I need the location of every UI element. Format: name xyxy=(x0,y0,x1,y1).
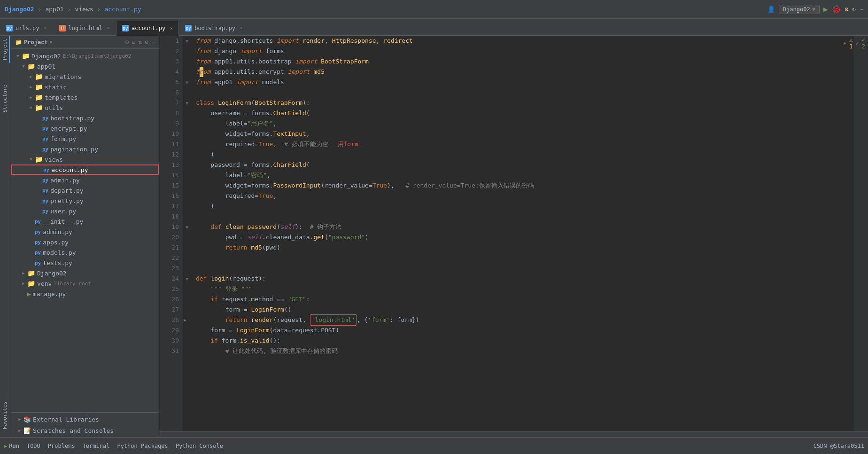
settings-icon[interactable]: ⚙ xyxy=(145,39,148,46)
tree-item-depart-py[interactable]: ▶ py depart.py xyxy=(11,185,159,196)
line-num-19: 19 xyxy=(163,222,179,232)
tree-item-account-py[interactable]: ▶ py account.py xyxy=(11,164,159,175)
folder-icon-django02: 📁 xyxy=(22,52,30,60)
tree-item-migrations[interactable]: ▶ 📁 migrations xyxy=(11,71,159,82)
fold-1[interactable]: ▼ xyxy=(183,36,192,46)
fn-render-28: render xyxy=(251,315,273,325)
project-tab-vertical[interactable]: Project xyxy=(1,36,10,63)
tab-icon-account: py xyxy=(122,25,129,31)
tab-close-account[interactable]: × xyxy=(170,26,173,31)
indent-20 xyxy=(196,232,225,243)
tree-item-form-py[interactable]: ▶ py form.py xyxy=(11,133,159,144)
code-line-22 xyxy=(196,253,850,263)
tree-item-manage-py[interactable]: ▶ ▶ manage.py xyxy=(11,289,159,299)
sidebar-header: 📁 Project ▼ ⊕ ≡ ⇅ ⚙ − xyxy=(11,36,159,49)
fold-arrow-5: ▼ xyxy=(186,80,188,85)
fold-21 xyxy=(183,243,192,253)
tree-item-apps-py[interactable]: ▶ py apps.py xyxy=(11,237,159,247)
debug-button[interactable]: 🐞 xyxy=(832,5,841,14)
tree-arrow-app01: ▼ xyxy=(21,63,26,69)
tab-login[interactable]: H login.html × xyxy=(53,20,116,35)
tree-item-static[interactable]: ▶ 📁 static xyxy=(11,82,159,92)
tab-close-login[interactable]: × xyxy=(107,25,110,31)
kw-return-28: return xyxy=(225,315,251,325)
tree-item-user-py[interactable]: ▶ py user.py xyxy=(11,206,159,216)
scratches-consoles-item[interactable]: ▶ 📝 Scratches and Consoles xyxy=(11,425,159,436)
tree-item-app01[interactable]: ▼ 📁 app01 xyxy=(11,61,159,71)
tree-item-bootstrap-py[interactable]: ▶ py bootstrap.py xyxy=(11,113,159,123)
structure-tab-vertical[interactable]: Structure xyxy=(1,82,10,116)
fold-5[interactable]: ▼ xyxy=(183,77,192,87)
str-docstring: """ xyxy=(210,284,221,294)
str-login-html: 'login.html' xyxy=(311,316,356,323)
sync-button[interactable]: ↻ xyxy=(852,6,856,13)
add-icon[interactable]: ⊕ xyxy=(125,39,129,46)
code-editor[interactable]: from django.shortcuts import render, Htt… xyxy=(192,36,854,431)
more-button[interactable]: ⋯ xyxy=(860,6,863,13)
path-views: views xyxy=(75,6,93,13)
tree-label-django02-sub: Django02 xyxy=(37,270,67,277)
paren-8: ( xyxy=(306,108,310,118)
eq-20: = xyxy=(236,232,247,243)
tree-item-django02-sub[interactable]: ▶ 📁 Django02 xyxy=(11,268,159,278)
tree-item-init-py[interactable]: ▶ py __init__.py xyxy=(11,216,159,227)
tree-item-admin-py[interactable]: ▶ py admin.py xyxy=(11,227,159,237)
indent-13 xyxy=(196,160,210,170)
fn-is-valid: is_valid xyxy=(240,336,270,346)
tree-item-models-py[interactable]: ▶ py models.py xyxy=(11,247,159,258)
fold-24[interactable]: ▼ xyxy=(183,274,192,284)
folder-icon-views: 📁 xyxy=(35,156,43,163)
tree-item-pagination-py[interactable]: ▶ py pagination.py xyxy=(11,144,159,154)
code-line-17: ) xyxy=(196,201,850,211)
fold-19[interactable]: ▼ xyxy=(183,222,192,232)
file-icon-admin: py xyxy=(35,229,41,235)
tree-label-apps: apps.py xyxy=(43,239,69,246)
line-num-16: 16 xyxy=(163,191,179,201)
kw-required-11: required= xyxy=(225,139,258,149)
fn-login: login xyxy=(210,274,229,284)
collapse-all-icon[interactable]: ≡ xyxy=(132,39,136,46)
dict-28: {' xyxy=(364,315,372,325)
tab-account[interactable]: py account.py × xyxy=(116,21,179,36)
folder-icon-migrations: 📁 xyxy=(35,73,43,80)
file-icon-apps: py xyxy=(35,239,41,245)
build-button[interactable]: ⚙ xyxy=(845,6,849,13)
tab-close-bootstrap[interactable]: × xyxy=(240,25,243,31)
tab-close-urls[interactable]: × xyxy=(44,25,47,31)
horizontal-scrollbar[interactable] xyxy=(159,431,868,437)
tree-root-django02[interactable]: ▼ 📁 Django02 E:\DjangoItem\Django02 xyxy=(11,51,159,61)
run-tool[interactable]: ▶ Run xyxy=(4,443,19,449)
external-libraries-item[interactable]: ▶ 📚 External Libraries xyxy=(11,414,159,425)
tree-item-admin-views-py[interactable]: ▶ py admin.py xyxy=(11,175,159,185)
sidebar-title-label: Project xyxy=(24,39,48,46)
tab-bootstrap[interactable]: py bootstrap.py × xyxy=(179,20,249,35)
tree-arrow-static: ▶ xyxy=(28,84,34,90)
tree-item-tests-py[interactable]: ▶ py tests.py xyxy=(11,258,159,268)
tree-item-encrypt-py[interactable]: ▶ py encrypt.py xyxy=(11,123,159,133)
tree-item-venv[interactable]: ▶ 📁 venv library root xyxy=(11,278,159,289)
minimize-icon[interactable]: − xyxy=(151,39,155,46)
cursor-pos-4: r xyxy=(200,67,203,77)
tree-item-pretty-py[interactable]: ▶ py pretty.py xyxy=(11,196,159,206)
tree-item-utils[interactable]: ▼ 📁 utils xyxy=(11,102,159,113)
tree-item-templates[interactable]: ▶ 📁 templates xyxy=(11,92,159,102)
django-run-config[interactable]: Django02 ▼ xyxy=(779,5,820,14)
tab-label-bootstrap: bootstrap.py xyxy=(194,25,235,31)
tab-urls[interactable]: py urls.py × xyxy=(0,20,53,35)
fold-7[interactable]: ▼ xyxy=(183,98,192,108)
todo-tool[interactable]: TODO xyxy=(27,443,40,449)
bottom-toolbar: ▶ Run TODO Problems Terminal Python Pack… xyxy=(0,437,868,454)
file-icon-tests: py xyxy=(35,260,41,266)
problems-tool[interactable]: Problems xyxy=(48,443,75,449)
line-num-17: 17 xyxy=(163,201,179,211)
terminal-tool[interactable]: Terminal xyxy=(83,443,110,449)
self-20: self xyxy=(248,232,262,243)
favorites-tab-vertical[interactable]: Favorites xyxy=(1,399,10,432)
sort-icon[interactable]: ⇅ xyxy=(139,39,142,46)
fold-arrow-1: ▼ xyxy=(186,39,188,44)
run-button[interactable]: ▶ xyxy=(823,5,828,14)
python-packages-tool[interactable]: Python Packages xyxy=(117,443,168,449)
indent-29 xyxy=(196,325,210,336)
tree-item-views[interactable]: ▼ 📁 views xyxy=(11,154,159,164)
python-console-tool[interactable]: Python Console xyxy=(176,443,223,449)
